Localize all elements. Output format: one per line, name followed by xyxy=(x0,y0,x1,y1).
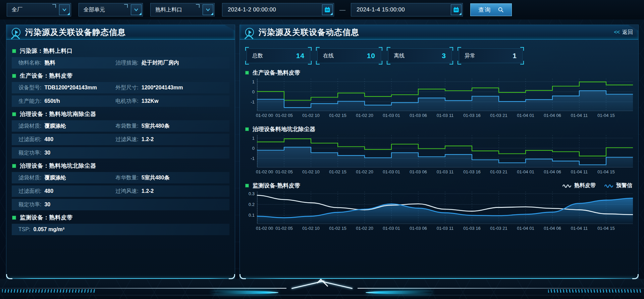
info-pair: 外型尺寸:1200*204143mm xyxy=(115,84,183,91)
svg-text:1: 1 xyxy=(252,79,255,84)
info-row: 额定功率:30 xyxy=(12,199,229,210)
svg-text:01-04 15: 01-04 15 xyxy=(597,226,614,231)
stat-value: 10 xyxy=(367,52,375,60)
info-value: 覆膜涤纶 xyxy=(44,123,66,130)
info-value: 覆膜涤纶 xyxy=(44,174,66,181)
info-value: 480 xyxy=(44,136,53,142)
info-pair: 额定功率:30 xyxy=(18,201,115,208)
svg-text:01-02 05: 01-02 05 xyxy=(275,169,292,174)
info-row: 过滤面积:480过滤风速:1.2-2 xyxy=(12,134,229,145)
info-label: 外型尺寸: xyxy=(115,84,138,91)
calendar-icon[interactable] xyxy=(451,4,462,15)
svg-text:01-04 11: 01-04 11 xyxy=(571,113,588,118)
query-button[interactable]: 查询 xyxy=(470,3,512,16)
info-row: 额定功率:30 xyxy=(12,147,229,159)
chevron-down-icon[interactable] xyxy=(59,4,70,15)
info-label: 治理措施: xyxy=(115,59,138,67)
panel-corner-decoration xyxy=(632,274,639,279)
info-pair: 过鸿风速:1.2-2 xyxy=(115,188,154,195)
stat-value: 1 xyxy=(513,52,517,60)
info-label: 设备型号: xyxy=(18,84,41,91)
info-value: 5室共480条 xyxy=(142,123,170,130)
chart-1-plot: 10-101-02 0001-02 0501-02 1001-02 1501-0… xyxy=(245,79,633,120)
device-stats-row: 总数14在线10离线3异常1 xyxy=(245,47,633,65)
info-pair: 电机功率:132Kw xyxy=(115,98,158,105)
stat-box-离线: 离线3 xyxy=(387,47,453,65)
info-label: 布华数量: xyxy=(115,174,138,181)
calendar-icon[interactable] xyxy=(322,4,333,15)
stat-value: 3 xyxy=(442,52,446,60)
footer-thin-line xyxy=(0,295,644,295)
static-panel-header: 污染源及关联设备静态信息 xyxy=(6,25,235,40)
info-pair: 滤袋材质:覆膜涤纶 xyxy=(18,174,115,181)
info-label: 过滤面积: xyxy=(18,188,41,195)
chart-title: 治理设备料地坑北除尘器 xyxy=(253,125,315,133)
start-datetime-input[interactable]: 2024-1-2 00:00:00 xyxy=(222,3,334,16)
info-value: 650t/h xyxy=(44,98,60,104)
plant-select[interactable]: 全厂 xyxy=(7,3,71,16)
section-header: 生产设备：熟料皮带 xyxy=(12,72,229,80)
info-label: 滤袋材质: xyxy=(18,174,41,181)
info-pair: 布华数量:5室共480条 xyxy=(115,174,169,181)
info-pair: 生产能力:650t/h xyxy=(18,98,115,105)
svg-text:01-04 15: 01-04 15 xyxy=(597,169,614,174)
chart-title-row: 治理设备料地坑北除尘器 xyxy=(245,125,633,133)
unit-select[interactable]: 全部单元 xyxy=(78,3,143,16)
start-datetime-value: 2024-1-2 00:00:00 xyxy=(228,6,276,13)
dynamic-panel-title: 污染源及关联设备动态信息 xyxy=(259,27,359,38)
stat-box-inner: 异常1 xyxy=(459,48,523,63)
chart-3-block: 监测设备-熟料皮带熟料皮带预警信0.30.20.101-02 0001-02 0… xyxy=(245,182,633,234)
static-info-panel: 污染源及关联设备静态信息 污染源：熟料上料口物料名称:熟料治理措施:处于封闭厂房… xyxy=(6,25,235,279)
svg-text:01-04 15: 01-04 15 xyxy=(597,113,614,118)
panel-corner-decoration xyxy=(239,274,246,279)
info-label: 过滤风速: xyxy=(115,136,138,143)
info-value: 1.2-2 xyxy=(142,136,154,142)
info-label: 滤袋材质: xyxy=(18,123,41,130)
legend-item-预警信[interactable]: 预警信 xyxy=(604,182,632,189)
info-row: 生产能力:650t/h电机功率:132Kw xyxy=(12,95,229,107)
panel-corner-decoration xyxy=(229,274,235,279)
svg-text:01-02 10: 01-02 10 xyxy=(302,169,319,174)
section-header-label: 治理设备：熟料地坑南除尘器 xyxy=(20,110,96,118)
svg-text:01-04 11: 01-04 11 xyxy=(571,226,588,231)
svg-text:01-02 15: 01-02 15 xyxy=(329,113,346,118)
stat-label: 异常 xyxy=(465,52,475,59)
svg-text:01-03 21: 01-03 21 xyxy=(490,169,507,174)
svg-text:01-02 20: 01-02 20 xyxy=(356,169,373,174)
legend-label: 熟料皮带 xyxy=(574,182,596,189)
charts-area: 生产设备-熟料皮带10-101-02 0001-02 0501-02 1001-… xyxy=(245,69,633,234)
legend-item-熟料皮带[interactable]: 熟料皮带 xyxy=(562,182,596,189)
info-label: TSP: xyxy=(18,226,31,232)
green-square-bullet xyxy=(12,74,16,78)
end-datetime-input[interactable]: 2024-1-4 15:00:00 xyxy=(351,3,463,16)
pollution-source-select[interactable]: 熟料上料口 xyxy=(150,3,215,16)
info-value: 处于封闭厂房内 xyxy=(142,59,179,67)
svg-text:01-03 16: 01-03 16 xyxy=(463,226,480,231)
info-pair: 设备型号:TDB1200*204143mm xyxy=(18,84,115,91)
footer-hatch-left xyxy=(2,289,96,293)
stat-label: 总数 xyxy=(252,52,263,59)
svg-text:1: 1 xyxy=(252,136,255,141)
chart-title: 监测设备-熟料皮带 xyxy=(253,182,300,189)
info-row: 滤袋材质:覆膜涤纶布袋数量:5室共480条 xyxy=(12,120,229,132)
back-button-label: 返回 xyxy=(622,29,633,36)
back-button[interactable]: << 返回 xyxy=(614,29,633,36)
dynamic-info-panel: 污染源及关联设备动态信息 << 返回 总数14在线10离线3异常1 生产设备-熟… xyxy=(239,25,639,279)
info-pair: 过滤风速:1.2-2 xyxy=(115,136,154,143)
svg-text:0.1: 0.1 xyxy=(249,213,255,218)
stat-box-inner: 总数14 xyxy=(247,48,310,63)
static-info-list: 污染源：熟料上料口物料名称:熟料治理措施:处于封闭厂房内生产设备：熟料皮带设备型… xyxy=(6,40,235,235)
section-header: 监测设备：熟料皮带 xyxy=(12,214,229,221)
svg-text:0: 0 xyxy=(252,89,255,94)
chevron-down-icon[interactable] xyxy=(203,4,213,15)
section-header-label: 生产设备：熟料皮带 xyxy=(20,72,73,80)
wave-legend-icon xyxy=(604,184,613,188)
svg-text:01-03 16: 01-03 16 xyxy=(463,113,480,118)
end-datetime-value: 2024-1-4 15:00:00 xyxy=(357,6,405,13)
info-label: 过鸿风速: xyxy=(115,188,138,195)
svg-text:01-03 11: 01-03 11 xyxy=(437,169,453,174)
svg-text:01-02 15: 01-02 15 xyxy=(329,226,346,231)
dynamic-panel-header: 污染源及关联设备动态信息 << 返回 xyxy=(240,25,638,40)
info-value: 132Kw xyxy=(142,98,159,104)
chevron-down-icon[interactable] xyxy=(131,4,142,15)
